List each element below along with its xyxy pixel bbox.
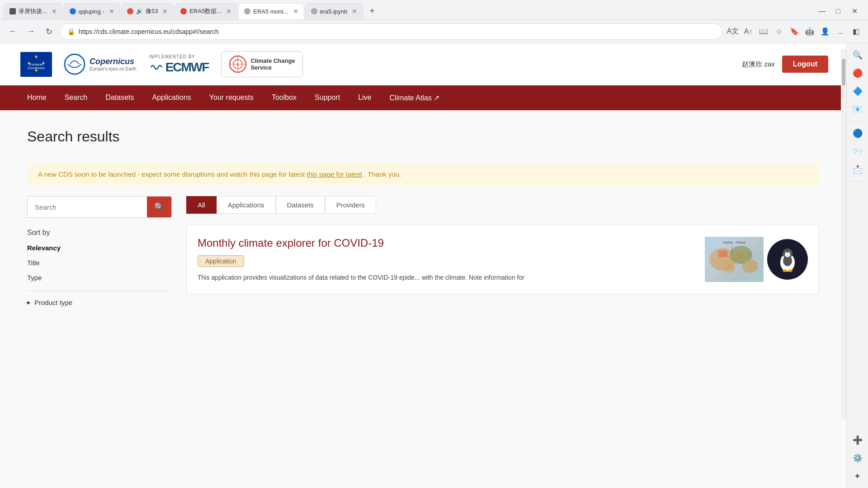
sidebar-search-icon[interactable]: 🔍 [849, 47, 866, 63]
tab-label-era5-ipynb: era5.ipynb [320, 8, 348, 15]
result-description-0: This application provides visualizations… [198, 272, 694, 282]
sidebar-settings-icon[interactable]: ⚙️ [849, 450, 866, 466]
site-nav: Home Search Datasets Applications Your r… [0, 85, 846, 110]
nav-live[interactable]: Live [349, 85, 380, 110]
sidebar-collections-icon[interactable]: 🔷 [849, 83, 866, 99]
search-button[interactable]: 🔍 [147, 197, 171, 217]
maximize-button[interactable]: □ [832, 5, 844, 18]
result-images-0: Hubei - China [705, 236, 808, 283]
translate-button[interactable]: A文 [726, 25, 740, 38]
sidebar-add-icon[interactable]: ➕ [849, 432, 866, 448]
sidebar-teams-icon[interactable]: 📩 [849, 161, 866, 178]
tab-icon-screen-record [9, 8, 16, 14]
result-map-thumbnail: Hubei - China [705, 237, 764, 282]
sidebar-azure-icon[interactable]: 🔵 [849, 125, 866, 141]
ccs-text: Climate Change [250, 57, 295, 64]
filter-tab-datasets[interactable]: Datasets [276, 196, 325, 214]
left-panel: 🔍 Sort by Relevancy Title Type ▸ Product… [27, 196, 172, 306]
tab-screen-record[interactable]: 录屏快捷... ✕ [4, 3, 63, 19]
vertical-scrollbar[interactable] [841, 49, 846, 419]
search-input[interactable] [28, 197, 147, 217]
sort-label: Sort by [27, 229, 172, 237]
chevron-down-icon: ▸ [27, 298, 31, 306]
page-content: European Commission Copernicus [0, 43, 846, 488]
close-button[interactable]: ✕ [848, 5, 861, 18]
edge-sidebar: 🔍 🔴 🔷 📧 🔵 📨 📩 ➕ ⚙️ ✦ [846, 43, 868, 488]
result-title-0[interactable]: Monthly climate explorer for COVID-19 [198, 236, 694, 250]
tab-era5-ipynb[interactable]: era5.ipynb ✕ [305, 3, 363, 19]
lock-icon: 🔒 [67, 28, 75, 35]
ecmwf-logo: IMPLEMENTED BY ECMWF [149, 54, 209, 75]
sidebar-customize-icon[interactable]: ✦ [849, 468, 866, 484]
nav-toolbox[interactable]: Toolbox [263, 85, 306, 110]
sort-title[interactable]: Title [27, 257, 172, 268]
sidebar-mail-icon[interactable]: 📧 [849, 101, 866, 117]
nav-climate-atlas[interactable]: Climate Atlas ↗ [381, 85, 449, 110]
sort-relevancy[interactable]: Relevancy [27, 242, 172, 253]
nav-datasets[interactable]: Datasets [96, 85, 143, 110]
filter-tab-applications[interactable]: Applications [217, 196, 276, 214]
sidebar-toggle-button[interactable]: ◧ [849, 25, 863, 38]
tab-close-qqluping[interactable]: ✕ [109, 8, 114, 15]
tab-qqluping[interactable]: qqluping - ✕ [64, 3, 120, 19]
sort-options: Relevancy Title Type [27, 242, 172, 283]
svg-text:🌡: 🌡 [236, 63, 240, 67]
minimize-button[interactable]: — [816, 5, 828, 18]
tab-close-screen-record[interactable]: ✕ [52, 8, 57, 15]
filter-tab-providers[interactable]: Providers [325, 196, 376, 214]
tab-bar: 录屏快捷... ✕ qqluping - ✕ 🔊 像53 ✕ ERA5数据...… [0, 0, 868, 20]
filter-tabs: All Applications Datasets Providers [186, 196, 819, 214]
sidebar-divider-1 [851, 121, 864, 122]
sidebar-outlook-icon[interactable]: 📨 [849, 143, 866, 160]
svg-point-7 [65, 54, 85, 74]
tab-era5-data[interactable]: ERA5数据... ✕ [175, 3, 237, 19]
back-button[interactable]: ← [5, 24, 20, 39]
nav-search[interactable]: Search [56, 85, 97, 110]
tab-close-era5-mont[interactable]: ✕ [293, 8, 298, 15]
copernicus-logo: Copernicus Europe's eyes on Earth [63, 53, 137, 75]
tab-era5-mont[interactable]: ERA5 mont... ✕ [238, 3, 304, 19]
window-controls: — □ ✕ [816, 5, 864, 18]
implemented-by-label: IMPLEMENTED BY [149, 54, 195, 59]
result-badge-0: Application [198, 255, 244, 267]
address-input[interactable]: 🔒 https://cds.climate.copernicus.eu/cdsa… [60, 23, 722, 40]
settings-button[interactable]: ... [834, 25, 847, 38]
tab-fire[interactable]: 🔊 像53 ✕ [121, 3, 174, 19]
ecmwf-text: ECMWF [165, 60, 209, 75]
refresh-button[interactable]: ↻ [42, 24, 56, 39]
nav-your-requests[interactable]: Your requests [200, 85, 263, 110]
copilot-button[interactable]: 🤖 [803, 25, 816, 38]
profile-button[interactable]: 👤 [818, 25, 832, 38]
reading-view-button[interactable]: 📖 [757, 25, 770, 38]
logout-button[interactable]: Logout [782, 56, 828, 73]
tab-close-fire[interactable]: ✕ [162, 8, 168, 15]
sidebar-copilot-icon[interactable]: 🔴 [849, 65, 866, 81]
tab-icon-qqluping [70, 8, 76, 14]
user-name: 赵澳欣 zax [742, 60, 775, 69]
favorites-button[interactable]: ☆ [772, 25, 786, 38]
tab-close-era5-data[interactable]: ✕ [226, 8, 231, 15]
filter-tab-all[interactable]: All [186, 196, 217, 214]
svg-point-29 [785, 252, 786, 253]
svg-point-17 [724, 264, 735, 273]
tab-close-era5-ipynb[interactable]: ✕ [352, 8, 357, 15]
scrollbar-thumb[interactable] [842, 59, 845, 86]
announcement-link[interactable]: this page for latest [307, 170, 363, 178]
tab-icon-sound: 🔊 [136, 8, 143, 14]
product-type-text: Product type [34, 299, 72, 306]
tab-label-qqluping: qqluping - [79, 8, 104, 15]
tab-label-screen-record: 录屏快捷... [19, 7, 47, 15]
sort-type[interactable]: Type [27, 272, 172, 283]
tab-label-era5-data: ERA5数据... [189, 7, 222, 15]
svg-rect-18 [718, 250, 727, 257]
collections-button[interactable]: 🔖 [788, 25, 801, 38]
svg-point-32 [783, 269, 787, 272]
tab-label-era5-mont: ERA5 mont... [253, 8, 288, 15]
read-aloud-button[interactable]: A↑ [741, 25, 755, 38]
nav-applications[interactable]: Applications [143, 85, 200, 110]
forward-button[interactable]: → [24, 24, 38, 39]
new-tab-button[interactable]: + [366, 4, 378, 18]
nav-home[interactable]: Home [18, 85, 56, 110]
site-header: European Commission Copernicus [0, 43, 846, 85]
nav-support[interactable]: Support [306, 85, 349, 110]
